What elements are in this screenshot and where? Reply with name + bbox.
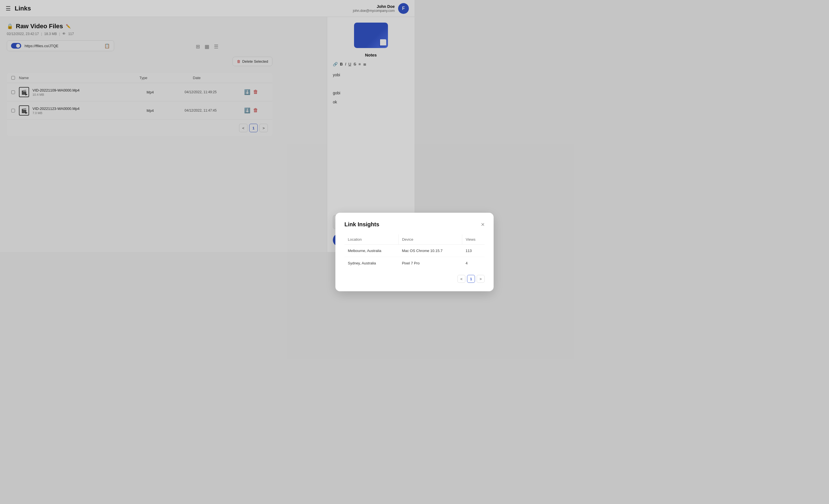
modal-overlay[interactable]: Link Insights × Location Device Views Me… bbox=[0, 0, 414, 252]
col-header-device: Device bbox=[398, 235, 414, 245]
insights-table: Location Device Views Melbourne, Austral… bbox=[345, 235, 414, 252]
modal-title: Link Insights bbox=[345, 221, 379, 228]
row1-device: Mac OS Chrome 10.15.7 bbox=[398, 245, 414, 252]
row1-location: Melbourne, Australia bbox=[345, 245, 398, 252]
table-row: Melbourne, Australia Mac OS Chrome 10.15… bbox=[345, 245, 414, 252]
link-insights-modal: Link Insights × Location Device Views Me… bbox=[335, 213, 414, 252]
modal-header: Link Insights × bbox=[345, 221, 414, 228]
col-header-location: Location bbox=[345, 235, 398, 245]
